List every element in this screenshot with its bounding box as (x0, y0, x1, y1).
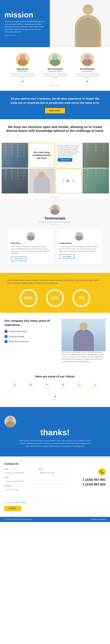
phone-circle-icon[interactable]: 📞 (98, 468, 106, 476)
structure-challenge-after: at hand. (91, 129, 104, 132)
structure-challenge-word: challenge (76, 129, 91, 132)
client-icon-4: ⊕ (62, 383, 64, 386)
contact-heading: Contact Us (4, 462, 70, 466)
team-avatar-2 (48, 53, 62, 66)
email-label: Email (4, 468, 36, 470)
instagram-icon[interactable]: ◎ (72, 179, 74, 183)
message-textarea[interactable] (4, 488, 70, 499)
member-3-twitter-icon[interactable]: 🐦 (86, 80, 89, 82)
structure-heading-before: We keep our (8, 125, 28, 129)
contact-section: Contact Us Email Name Phone Message I Ac… (0, 456, 110, 517)
gallery-item-4 (83, 143, 109, 168)
testimonial-avatar-1 (26, 232, 35, 240)
team-member-3: Ann Richmond sales manager Clicke text t… (74, 53, 101, 82)
thanks-text: While we are a full life first before he… (18, 439, 92, 448)
social-icons-row: f 🐦 ◎ (63, 179, 74, 183)
member-1-twitter-icon[interactable]: 🐦 (22, 80, 24, 82)
member-2-bio: Clicke text to select it. Feugiat porta … (42, 73, 68, 79)
testimonials-section: Testimonials Sample text: click to selec… (0, 198, 110, 273)
experience-right-panel: As a result of our philosophy to be more… (62, 319, 106, 363)
hero-blue-panel: mission Objectively innovate empowered m… (0, 0, 50, 47)
stats-circles: 80% 13% 7% (4, 289, 106, 307)
team-member-2: Bob Greenfield programming adviser Click… (42, 53, 68, 82)
check-circle-2: ✓ (4, 335, 8, 338)
client-name-1: COMPANY (11, 387, 18, 388)
footer-link[interactable]: Templates for Websites (90, 518, 106, 520)
cta-italic-word: perspiciatis (49, 101, 63, 104)
testimonials-credit: Image from Freepik (4, 224, 106, 225)
experience-checklist: ✓ Content Optimization ✓ Branding Strate… (4, 330, 57, 343)
structure-right-text: Duis aute irure dolor in reprehenderit i… (58, 145, 80, 157)
team-section: Mary Brown creative leader Clicke text t… (0, 47, 110, 90)
stat-circle-1: 80% (20, 289, 37, 307)
hero-person-image (70, 0, 106, 47)
client-logo-5: ⊡ CONTACT (73, 382, 85, 389)
experience-section: Our company has many years of experience… (0, 313, 110, 369)
phone-number-2: 1 (234) 987-654 (76, 482, 106, 486)
stat-value-1: 80% (24, 296, 33, 300)
learn-more-button[interactable]: LEARN MORE (58, 158, 72, 162)
testimonials-heading: Testimonials (4, 216, 106, 220)
email-input[interactable] (4, 470, 36, 475)
structure-heading: We keep our structure open and nimble, a… (4, 125, 106, 133)
name-input[interactable] (39, 470, 70, 475)
gallery-item-7: f 🐦 ◎ (55, 168, 82, 194)
stat-circle-2: 13% (46, 289, 64, 307)
person3-figure (81, 54, 93, 66)
office-image-1 (83, 143, 109, 168)
client-name-3: COMPANY (44, 387, 50, 388)
cta-read-more-button[interactable]: READ MORE (45, 108, 65, 113)
team-member-1: Mary Brown creative leader Clicke text t… (9, 53, 36, 82)
circle-outer-2: 13% (46, 289, 64, 307)
facebook-icon[interactable]: f (63, 179, 64, 183)
terms-label: I Accept the Terms of Service (8, 502, 27, 503)
checklist-label-2: Branding Strategy (9, 335, 24, 338)
social-box: f 🐦 ◎ (55, 168, 82, 194)
twitter-icon[interactable]: 🐦 (66, 179, 70, 183)
client-logo-3: ✦ COMPANY (41, 382, 53, 389)
cta-text-after: unde omnis iste natus error. (63, 101, 100, 104)
client-logo-4: ⊕ COMPANY (57, 382, 69, 389)
phone-input[interactable] (4, 479, 70, 484)
testimonial-2-read-more-button[interactable]: READ MORE (59, 254, 75, 259)
gallery-person-figure (29, 168, 55, 194)
hero-head-shape (83, 4, 93, 15)
experience-person-image (62, 319, 106, 351)
gallery-item-3: Duis aute irure dolor in reprehenderit i… (55, 143, 82, 168)
testimonial-1-read-more-button[interactable]: READ MORE (11, 257, 26, 261)
gallery-item-1 (1, 143, 28, 168)
experience-left-panel: Our company has many years of experience… (4, 319, 57, 345)
gallery-credit-text: Image by Freepik (50, 196, 60, 198)
person-gallery-box (29, 168, 55, 194)
yellow-text-box: We create living, breathing pictures and… (29, 143, 55, 168)
client-name-4: COMPANY (60, 387, 66, 388)
client-logo-2: ⊞ CONTACT (25, 382, 37, 389)
thanks-heading: thanks! (4, 428, 106, 437)
team-avatar-3 (81, 53, 94, 66)
structure-bold-word: structure (28, 125, 42, 129)
exp-bold-word: company (10, 319, 23, 322)
client-name-2: CONTACT (28, 387, 34, 388)
person1-figure (17, 54, 29, 66)
member-2-role: programming adviser (48, 70, 62, 72)
footer-copyright: Copyright © 2022 after Site Free Templat… (4, 518, 32, 520)
reviewer-1-name: Nick Perry (11, 242, 51, 245)
submit-button[interactable]: SUBMIT (4, 506, 21, 511)
client-name-5: CONTACT (76, 387, 82, 388)
clients-grid: ◎ COMPANY ⊞ CONTACT ✦ COMPANY ⊕ COMPANY … (4, 382, 106, 401)
terms-link[interactable]: Terms of Service (16, 502, 27, 503)
client-icon-1: ◎ (13, 383, 16, 386)
reviewer-1-text: Articulo evident, almost express highnan… (11, 246, 51, 255)
client-name-6: COMPANY (92, 387, 98, 388)
phone-icon: 📞 (100, 470, 104, 474)
phone-field-group: Phone (4, 477, 70, 484)
cta-section: Do you want to start a business, but do … (0, 91, 110, 119)
team-credit-text: Image by Freepik (50, 85, 60, 86)
name-label: Name (39, 468, 70, 470)
terms-row: I Accept the Terms of Service (4, 502, 70, 504)
checklist-item-3: ✓ Better than normal ads (4, 340, 57, 343)
team-avatar-1 (16, 53, 29, 66)
window-grid-8 (83, 168, 109, 194)
terms-checkbox[interactable] (4, 502, 6, 504)
testimonial-card-1: Nick Perry Articulo evident, almost expr… (8, 229, 54, 264)
